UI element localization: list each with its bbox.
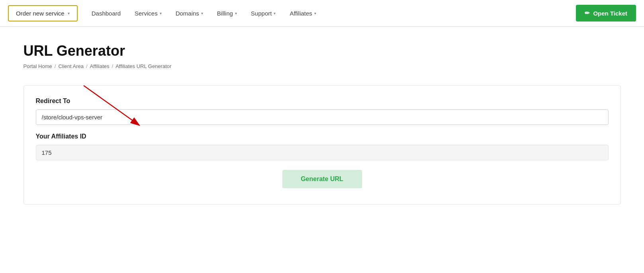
domains-chevron-icon: ▾ (201, 11, 203, 16)
breadcrumb-affiliates[interactable]: Affiliates (90, 63, 110, 69)
nav-item-services[interactable]: Services ▾ (129, 6, 168, 21)
nav-item-support[interactable]: Support ▾ (245, 6, 282, 21)
order-new-service-button[interactable]: Order new service ▾ (8, 5, 78, 21)
url-generator-card: Redirect To Your Affiliates ID Generate … (23, 85, 621, 205)
nav-affiliates-label: Affiliates (290, 10, 312, 17)
nav-item-affiliates[interactable]: Affiliates ▾ (284, 6, 322, 21)
page-title: URL Generator (23, 43, 621, 59)
breadcrumb-sep-3: / (112, 63, 114, 69)
order-btn-label: Order new service (16, 10, 65, 17)
open-ticket-button[interactable]: ✏ Open Ticket (576, 5, 636, 21)
nav-item-billing[interactable]: Billing ▾ (211, 6, 243, 21)
nav-support-label: Support (251, 10, 272, 17)
order-btn-chevron-icon: ▾ (68, 11, 70, 16)
generate-url-button[interactable]: Generate URL (282, 170, 362, 188)
navbar: Order new service ▾ Dashboard Services ▾… (0, 0, 644, 27)
breadcrumb-current: Affiliates URL Generator (115, 63, 171, 69)
affiliates-chevron-icon: ▾ (314, 11, 316, 16)
breadcrumb-sep-2: / (86, 63, 88, 69)
red-arrow-icon (72, 82, 159, 133)
redirect-to-input[interactable] (36, 109, 609, 125)
nav-links: Dashboard Services ▾ Domains ▾ Billing ▾… (86, 6, 576, 21)
breadcrumb-client-area[interactable]: Client Area (58, 63, 84, 69)
nav-item-dashboard[interactable]: Dashboard (86, 6, 127, 21)
nav-dashboard-label: Dashboard (92, 10, 121, 17)
breadcrumb-portal-home[interactable]: Portal Home (23, 63, 52, 69)
open-ticket-label: Open Ticket (593, 10, 627, 17)
redirect-to-label: Redirect To (36, 98, 609, 105)
affiliates-id-label: Your Affiliates ID (36, 133, 609, 140)
breadcrumb: Portal Home / Client Area / Affiliates /… (23, 63, 621, 69)
nav-billing-label: Billing (217, 10, 233, 17)
affiliates-id-input (36, 145, 609, 160)
billing-chevron-icon: ▾ (235, 11, 237, 16)
pencil-icon: ✏ (585, 10, 590, 17)
nav-domains-label: Domains (176, 10, 199, 17)
support-chevron-icon: ▾ (274, 11, 276, 16)
breadcrumb-sep-1: / (55, 63, 56, 69)
nav-services-label: Services (135, 10, 158, 17)
main-content: URL Generator Portal Home / Client Area … (8, 27, 637, 220)
nav-item-domains[interactable]: Domains ▾ (170, 6, 209, 21)
services-chevron-icon: ▾ (160, 11, 162, 16)
